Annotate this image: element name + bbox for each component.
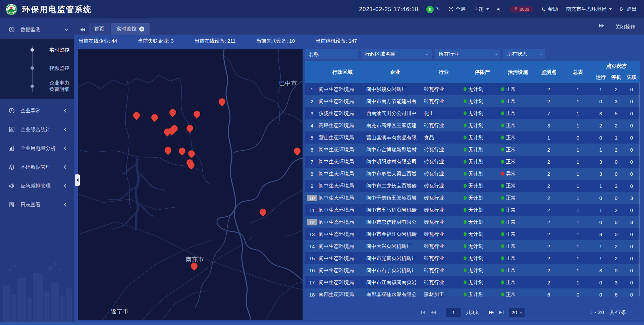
first-page-button[interactable] — [421, 310, 426, 315]
total-count-label: 共47条 — [609, 309, 627, 315]
fullscreen-label: 全屏 — [455, 6, 466, 12]
sidebar-item-4[interactable]: 基础数据管理 — [0, 158, 74, 176]
last-page-button[interactable] — [499, 310, 504, 315]
table-row-8[interactable]: 8阆中生态环境局阆中市枣碧大梁山页岩砖瓦行业无计划异常21300 — [305, 168, 640, 180]
cell-lost: 0 — [624, 95, 639, 107]
bottom-strip — [0, 322, 644, 325]
table-row-3[interactable]: 3仪陇生态环境局西南油气田分公司川中化工无计划正常71350 — [305, 107, 640, 119]
tabs-scroll-left-button[interactable] — [80, 28, 86, 32]
table-row-4[interactable]: 4高坪生态环境局南充市高坪区王家店建砖瓦行业无计划正常31220 — [305, 119, 640, 131]
map-collapse-handle[interactable] — [75, 174, 80, 186]
cell-industry: 砖瓦行业 — [424, 83, 464, 95]
theme-dropdown[interactable]: 主题 — [474, 6, 489, 12]
cell-monitor: 2 — [535, 83, 563, 95]
status-dot-green — [464, 172, 467, 176]
table-row-7[interactable]: 7阆中生态环境局阆中明阳建材有限公司砖瓦行业无计划正常21300 — [305, 156, 640, 168]
row-number: 1 — [305, 83, 319, 95]
status-dot-green — [464, 123, 467, 127]
region-select[interactable]: 行政区域名称 — [361, 49, 432, 59]
cell-stop: 5 — [608, 107, 624, 119]
row-number: 7 — [305, 156, 319, 168]
col-header-region: 行政区域 — [319, 61, 366, 83]
table-scrollbar[interactable] — [639, 83, 640, 296]
name-search-input[interactable] — [305, 49, 358, 59]
cell-monitor: 2 — [535, 252, 563, 264]
table-row-14[interactable]: 14阆中生态环境局阆中大兴页岩机砖厂砖瓦行业无计划正常21120 — [305, 240, 640, 252]
cell-meter: 0 — [563, 288, 593, 296]
table-row-6[interactable]: 6阆中生态环境局阆中市金博瑞新型墙材砖瓦行业无计划正常21120 — [305, 144, 640, 156]
sidebar-item-1[interactable]: 企业异常 — [0, 101, 74, 120]
sound-toggle-button[interactable] — [497, 7, 502, 11]
pagination-summary: 1 - 20 共47条 — [589, 309, 627, 316]
table-row-15[interactable]: 15阆中生态环境局阆中市光富页岩机砖厂砖瓦行业无计划正常21120 — [305, 252, 640, 264]
notification-badge[interactable]: 2632 — [510, 6, 533, 12]
tab-close-icon[interactable]: ✕ — [139, 26, 144, 32]
tab-realtime-monitor[interactable]: 实时监控 ✕ — [111, 23, 150, 35]
table-row-16[interactable]: 16阆中生态环境局阆中市石子页岩机砖厂砖瓦行业无计划正常21300 — [305, 264, 640, 276]
sidebar-item-0[interactable]: 数据监测 — [0, 20, 74, 39]
cell-facility: 正常 — [501, 156, 535, 168]
table-row-2[interactable]: 2阆中生态环境局阆中市南方节能建材有砖瓦行业无计划正常21030 — [305, 95, 640, 107]
row-number: 8 — [305, 168, 319, 180]
cell-production: 无计划 — [464, 83, 501, 95]
sidebar-item-5[interactable]: 应急减排管理 — [0, 176, 74, 195]
close-operations-button[interactable]: 关闭操作 — [615, 24, 635, 30]
chevron-left-icon — [64, 146, 67, 150]
table-row-17[interactable]: 17阆中生态环境局阆中市江南镇阆南页岩砖瓦行业无计划正常21030 — [305, 276, 640, 288]
status-dot-green — [464, 136, 467, 140]
table-row-11[interactable]: 11阆中生态环境局阆中市五马桥页岩机砖砖瓦行业无计划正常21120 — [305, 204, 640, 216]
table-row-10[interactable]: 10阆中生态环境局阆中千佛镇五郎垭页岩砖瓦行业无计划正常21003 — [305, 192, 640, 204]
cell-run: 1 — [593, 240, 608, 252]
cell-meter: 1 — [563, 192, 593, 204]
user-dropdown[interactable]: 南充市生态环境局 — [566, 6, 612, 12]
help-button[interactable]: 帮助 — [541, 6, 558, 12]
cell-industry: 建材加工 — [424, 288, 464, 296]
table-row-13[interactable]: 13阆中生态环境局阆中市金福旺页岩机砖砖瓦行业无计划正常21300 — [305, 228, 640, 240]
cell-production: 无计划 — [464, 131, 501, 144]
tab-home[interactable]: 首页 — [89, 23, 110, 35]
sidebar-item-6[interactable]: 日志查看 — [0, 195, 74, 214]
status-dot-red — [501, 172, 504, 176]
table-body: 1阆中生态环境局阆中强锐页岩砖厂砖瓦行业无计划正常211202阆中生态环境局阆中… — [305, 83, 640, 296]
cell-company: 阆中市五马桥页岩机砖 — [366, 204, 424, 216]
table-row-18[interactable]: 18南部生态环境局南部县双佳水泥有限公建材加工无计划正常60060 — [305, 288, 640, 296]
logout-button[interactable]: 退出 — [620, 6, 637, 12]
sidebar-subitem-0[interactable]: 实时监控 — [0, 41, 74, 59]
page-size-select[interactable]: 20 — [509, 308, 525, 317]
chevron-down-icon — [426, 52, 429, 55]
sidebar-item-3[interactable]: 企业用电量分析 — [0, 139, 74, 158]
page-number-input[interactable] — [446, 308, 461, 317]
cell-stop: 2 — [608, 240, 624, 252]
next-page-button[interactable] — [489, 310, 494, 315]
bell-icon — [514, 7, 518, 12]
table-row-12[interactable]: 12阆中生态环境局阆中市忠信建材有限公砖瓦行业无计划正常21003 — [305, 216, 640, 228]
status-dot-green — [464, 87, 467, 91]
status-dot-green — [501, 196, 504, 200]
tab-home-label: 首页 — [94, 26, 104, 32]
table-row-9[interactable]: 9阆中生态环境局阆中市二龙长宝页岩砖砖瓦行业无计划正常21120 — [305, 180, 640, 192]
prev-page-button[interactable] — [431, 310, 436, 315]
cell-monitor: 2 — [535, 264, 563, 276]
cell-facility: 正常 — [501, 228, 535, 240]
status-dot-green — [501, 123, 504, 127]
table-row-1[interactable]: 1阆中生态环境局阆中强锐页岩砖厂砖瓦行业无计划正常21120 — [305, 83, 640, 95]
tabs-scroll-right-button[interactable] — [599, 23, 604, 28]
cell-meter: 1 — [563, 264, 593, 276]
fullscreen-button[interactable]: 全屏 — [448, 6, 466, 12]
row-number: 13 — [305, 228, 319, 240]
stat-item-1: 当前失联企业: 3 — [138, 38, 174, 44]
status-select[interactable]: 所有状态 — [503, 49, 545, 59]
map-panel[interactable]: 巴中市南充市遂宁市 — [78, 49, 303, 320]
map-canvas — [78, 49, 303, 320]
industry-select[interactable]: 所有行业 — [435, 49, 500, 59]
filter-row: 行政区域名称 所有行业 所有状态 — [305, 49, 640, 59]
cell-production: 无计划 — [464, 204, 501, 216]
sidebar-subitem-2[interactable]: 企业电力负荷明细 — [0, 77, 74, 95]
sidebar-subitem-1[interactable]: 视频监控 — [0, 59, 74, 77]
sidebar-item-2[interactable]: 企业综合统计 — [0, 120, 74, 139]
cell-lost: 3 — [624, 192, 639, 204]
cell-run: 1 — [593, 204, 608, 216]
table-row-5[interactable]: 5营山生态环境局营山县润丰肉食品有限食品无计划正常10010 — [305, 131, 640, 144]
cell-lost: 0 — [624, 168, 639, 180]
row-number: 16 — [305, 264, 319, 276]
